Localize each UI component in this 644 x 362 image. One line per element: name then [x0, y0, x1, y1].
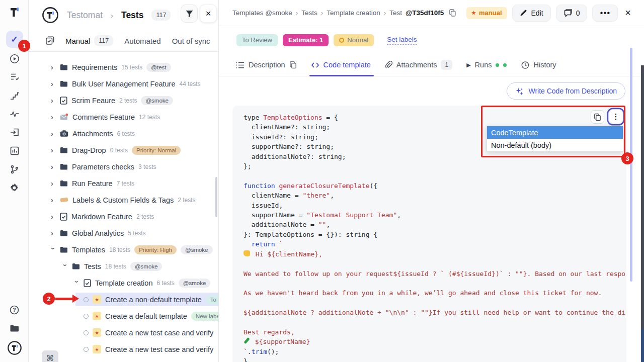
rail-item-import[interactable] — [0, 127, 29, 137]
rail-item-help[interactable]: ? — [0, 305, 29, 315]
suite-item[interactable]: ›Attachments6 tests — [29, 127, 218, 140]
tab-runs[interactable]: ▶ Runs — [466, 54, 507, 76]
mail-icon — [60, 113, 68, 121]
test-status-icon — [84, 314, 89, 319]
annotation-arrow — [55, 298, 72, 300]
tab-code-template[interactable]: Code template — [311, 54, 371, 76]
rail-item-settings[interactable] — [0, 183, 29, 193]
code-line: Best regards, — [244, 327, 626, 337]
chevron-icon[interactable]: › — [51, 113, 56, 121]
write-code-from-description-button[interactable]: Write Code from Description — [507, 82, 625, 100]
chevron-icon[interactable]: › — [51, 196, 56, 204]
rail-item-checklist[interactable] — [0, 72, 29, 82]
rail-item-projects[interactable] — [0, 323, 29, 334]
funnel-icon — [185, 10, 194, 18]
close-detail-button[interactable]: × — [623, 7, 633, 19]
tab-attachments[interactable]: Attachments 1 — [385, 54, 452, 76]
git-branch-icon — [10, 164, 20, 174]
suite-item[interactable]: ›Scrim Feaure2 tests@smoke — [29, 94, 218, 107]
testomat-logo-icon — [7, 340, 22, 355]
play-circle-icon — [9, 53, 20, 64]
rail-item-runs[interactable] — [0, 53, 29, 64]
suite-item[interactable]: ›Bulk User Management Feature44 tests — [29, 77, 218, 90]
item-label: Markdown Feature — [71, 213, 132, 221]
test-item[interactable]: ★Create a new test case and verify — [75, 326, 218, 339]
close-tree-button[interactable]: × — [200, 5, 217, 23]
suite-item[interactable]: ›Drag-Drop0 testsPriority: Normal — [29, 143, 218, 157]
suite-item[interactable]: ›Tests18 tests@smoke — [29, 259, 218, 273]
test-item[interactable]: ★Create a non-default templateTo Review — [75, 293, 218, 306]
chevron-icon[interactable]: › — [51, 146, 56, 154]
tab-out-of-sync[interactable]: Out of sync — [172, 37, 210, 45]
chevron-icon[interactable]: › — [51, 229, 56, 237]
test-item[interactable]: ★Create a new test case and verify — [75, 342, 218, 356]
chevron-icon[interactable]: › — [51, 80, 56, 88]
run-dot-icon — [496, 63, 499, 67]
suite-item[interactable]: ›Markdown Feature2 tests — [29, 210, 218, 223]
suite-item[interactable]: ›Templates18 testsPriority: High@smoke — [29, 243, 218, 256]
comments-button[interactable]: 0 — [556, 5, 588, 22]
filter-button[interactable] — [181, 5, 198, 23]
spark-icon: ★ — [471, 10, 476, 16]
rail-item-steps[interactable] — [0, 90, 29, 101]
crumb-template-creation[interactable]: Template creation — [327, 9, 380, 17]
doc-icon — [60, 213, 67, 221]
tree-scrollbar[interactable] — [215, 177, 217, 217]
tag-badge: @smoke — [141, 96, 173, 105]
test-item[interactable]: ★Create a default templateNew label — [75, 309, 218, 323]
folder-icon — [60, 230, 68, 237]
item-label: Create a new test case and verify — [105, 345, 213, 353]
detail-scrollbar[interactable] — [630, 48, 632, 282]
chevron-icon[interactable]: › — [51, 63, 56, 71]
manual-count-badge: 117 — [94, 35, 113, 46]
chevron-icon[interactable]: › — [73, 281, 81, 286]
annotation-arrow-head — [72, 295, 79, 303]
command-key-badge: ⌘ — [42, 350, 58, 362]
crumb-templates[interactable]: Templates @smoke — [232, 9, 292, 17]
chevron-icon[interactable]: › — [51, 213, 56, 221]
tab-manual[interactable]: Manual117 — [65, 35, 113, 46]
chevron-icon[interactable]: › — [51, 163, 56, 171]
test-id: @T35df10f5 — [406, 9, 444, 17]
folder-icon — [72, 263, 80, 270]
chevron-icon[interactable]: › — [51, 130, 56, 138]
code-line: issueId, — [244, 201, 626, 210]
tree-filter-tabs: Manual117 Automated Out of sync — [29, 30, 218, 52]
suite-item[interactable]: ›Run Feature7 tests — [29, 176, 218, 190]
tab-description[interactable]: Description — [235, 54, 297, 76]
chevron-icon[interactable]: › — [51, 179, 56, 188]
rail-item-profile[interactable] — [0, 340, 29, 355]
chevron-icon[interactable]: › — [49, 247, 57, 252]
suite-item[interactable]: ›Requirements15 tests@test — [29, 60, 218, 74]
suite-item[interactable]: ›Labels & Custom Fields & Tags2 tests — [29, 193, 218, 207]
more-actions-button[interactable]: ••• — [592, 5, 618, 22]
crumb-tests[interactable]: Tests — [301, 9, 317, 17]
copy-description-icon[interactable] — [289, 61, 297, 69]
rail-item-branches[interactable] — [0, 164, 29, 174]
suite-item[interactable]: ›Global Analytics5 tests — [29, 226, 218, 240]
item-label: Bulk User Management Feature — [72, 80, 176, 88]
suite-item[interactable]: ›Template creation6 tests@smoke — [29, 276, 218, 290]
code-icon — [311, 61, 319, 69]
annotation-marker-2: 2 — [43, 293, 55, 305]
suite-item[interactable]: ›Comments Feature12 tests — [29, 110, 218, 124]
copy-id-icon[interactable] — [449, 9, 456, 17]
list-check-icon — [10, 72, 20, 82]
test-count: 6 tests — [117, 130, 135, 137]
rail-item-analytics[interactable] — [0, 146, 29, 156]
tab-history[interactable]: History — [521, 54, 556, 76]
edit-button[interactable]: Edit — [512, 5, 551, 22]
item-label: Attachments — [72, 130, 113, 138]
crumb-separator: › — [384, 9, 386, 17]
code-line: additionalNote = "", — [244, 220, 626, 229]
test-emoji-icon: ★ — [93, 295, 101, 304]
window-edge-bottom — [641, 329, 644, 362]
tab-automated[interactable]: Automated — [124, 37, 161, 45]
item-label: Comments Feature — [72, 113, 135, 121]
chevron-icon[interactable]: › — [51, 97, 56, 105]
suite-item[interactable]: ›Parameters checks3 tests — [29, 160, 218, 173]
rail-item-activity[interactable] — [0, 109, 29, 119]
chevron-icon[interactable]: › — [61, 264, 69, 269]
breadcrumb-product[interactable]: Testomat — [67, 10, 103, 21]
set-labels-link[interactable]: Set labels — [387, 36, 417, 45]
